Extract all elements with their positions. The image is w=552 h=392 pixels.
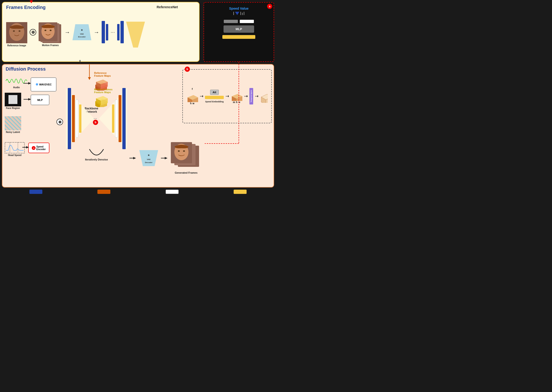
reference-image-label: Reference Image	[7, 44, 26, 47]
frames-encoding-section: Frames Encoding Reference Image	[2, 2, 200, 62]
red-dashed-arrow-down	[28, 0, 35, 4]
legend-item-white	[166, 190, 179, 194]
backbone-to-vae-arrow	[129, 156, 136, 161]
dots: ···	[111, 29, 115, 35]
svg-marker-1	[30, 0, 33, 3]
blue-bar-r1	[117, 24, 119, 41]
vae-encoder-group: ❄ VAE Encoder	[72, 24, 91, 40]
speed-tick-2	[240, 12, 241, 15]
backbone-b-badge: b	[93, 120, 98, 125]
vae-encoder-shape: ❄ VAE Encoder	[72, 24, 91, 40]
reference-feature-maps-group: ReferenceFeature Maps	[94, 71, 111, 91]
motion-feature-maps-group: Motion FramesFeature Maps	[94, 88, 112, 107]
blue-bars-group	[102, 21, 108, 43]
speed-value-section: a Speed Value MLP	[203, 2, 274, 62]
b-badge-temporal: b	[185, 67, 190, 72]
svg-rect-37	[79, 105, 81, 133]
blue-bars-group-2	[117, 21, 124, 43]
blue-bar-mid	[106, 24, 108, 41]
vae-decoder-group: ❄ VAE Decoder	[139, 150, 158, 166]
svg-marker-31	[26, 146, 29, 148]
legend-blue-box	[29, 190, 42, 194]
reference-net-fan	[126, 22, 145, 48]
reference-net-label: ReferenceNet	[157, 5, 178, 9]
mhw-cube-group: m h w	[231, 89, 242, 104]
speed-slider-area	[233, 12, 244, 15]
legend-item-orange	[98, 190, 110, 194]
face-region-label: Face Region	[6, 107, 20, 109]
headspeed-to-spenc-arrow	[22, 145, 29, 150]
motion-feature-label: Motion FramesFeature Maps	[94, 88, 112, 94]
speed-badge-a: a	[267, 4, 272, 9]
att-to-m-arrow	[226, 94, 229, 98]
reference-image-group: Reference Image	[6, 22, 27, 47]
gen-frame-front	[171, 142, 192, 163]
mlp-face-area: MLP	[31, 95, 49, 105]
speed-white-bar	[240, 20, 254, 23]
svg-text:Encoder: Encoder	[78, 36, 86, 38]
face-region-box	[5, 93, 21, 106]
face-region-inner	[8, 95, 17, 104]
svg-marker-69	[247, 95, 247, 97]
svg-rect-34	[68, 88, 71, 149]
hw-labels: h w	[190, 102, 194, 105]
svg-marker-64	[228, 95, 229, 97]
motion-frames-group: Motion Frames	[39, 22, 62, 47]
combine-plus-circle: ⊕	[56, 119, 63, 125]
speed-encoder-area: a SpeedEncoder	[28, 143, 49, 153]
f-label: f	[192, 88, 192, 90]
arrow-2: →	[94, 29, 99, 35]
svg-rect-40	[115, 100, 118, 137]
svg-text:VAE: VAE	[147, 158, 151, 161]
noisy-latent-input: Noisy Latent	[5, 116, 21, 133]
svg-point-92	[183, 150, 185, 152]
fhw-cube-group: f h w	[186, 88, 198, 105]
head-speed-input: Head Speed	[5, 142, 25, 156]
att-group: Att Speed Embedding	[205, 90, 224, 103]
wav2vec-snowflake: ❄	[35, 83, 38, 86]
svg-point-91	[178, 150, 180, 152]
w-label2: w	[238, 101, 240, 104]
motion-frame-front-svg	[39, 22, 57, 41]
svg-rect-23	[5, 142, 24, 153]
svg-point-14	[44, 30, 46, 31]
temporal-to-output-arrow	[255, 94, 258, 98]
speed-yellow-output-bar	[222, 35, 255, 39]
output-cube	[260, 90, 268, 103]
legend-white-box	[166, 190, 179, 194]
svg-rect-41	[112, 105, 114, 133]
reference-feature-label: ReferenceFeature Maps	[94, 71, 111, 77]
svg-text:❄: ❄	[148, 154, 150, 156]
speed-input-bars	[224, 20, 254, 23]
speed-mlp-box: MLP	[224, 25, 254, 33]
noisy-latent-label: Noisy Latent	[6, 131, 20, 133]
svg-marker-44	[88, 77, 91, 80]
motion-cubes	[94, 94, 108, 107]
blue-bar-tall	[102, 21, 105, 43]
blue-bar-r2	[120, 21, 124, 43]
h-label: h	[190, 102, 192, 105]
temporal-layers-bar: Temporal layers	[249, 88, 253, 105]
iteratively-denoise-label: Iteratively Denoise	[85, 158, 108, 161]
svg-rect-36	[76, 100, 78, 137]
diffusion-section: Diffusion Process Audio Face Region Nois…	[2, 64, 274, 188]
head-speed-graph	[5, 142, 25, 154]
legend-yellow-box	[234, 190, 247, 194]
svg-rect-7	[6, 22, 27, 43]
svg-point-15	[50, 30, 51, 31]
wav2vec-area: ❄ WAV2VEC	[31, 77, 56, 91]
plus-symbol: ⊕	[30, 29, 36, 35]
legend-section	[2, 189, 274, 195]
temporal-layers-label: Temporal layers	[250, 90, 252, 102]
full-layout: Frames Encoding Reference Image	[0, 0, 276, 196]
speed-embedding-bar	[205, 96, 224, 99]
speed-triangle	[235, 12, 239, 15]
speed-encoder-label: SpeedEncoder	[36, 145, 46, 151]
vae-decoder-area: ❄ VAE Decoder	[129, 142, 201, 174]
speed-embedding-label: Speed Embedding	[205, 100, 224, 103]
head-speed-label: Head Speed	[8, 154, 21, 156]
svg-text:Decoder: Decoder	[145, 161, 153, 163]
reference-face-svg	[6, 22, 27, 43]
svg-marker-71	[257, 95, 258, 97]
wav2vec-label: WAV2VEC	[39, 83, 52, 86]
